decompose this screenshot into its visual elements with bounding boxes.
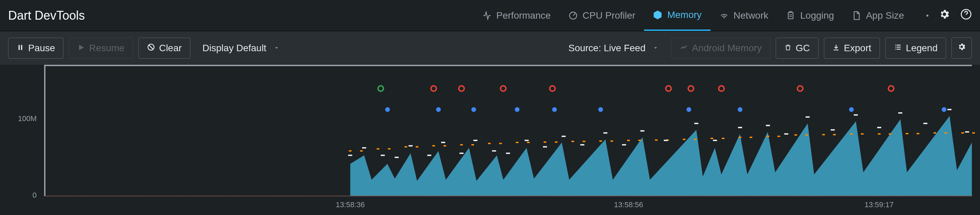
capacity-dash: [416, 146, 418, 147]
rss-tick: [784, 133, 788, 134]
capacity-dash: [683, 139, 686, 140]
chevron-down-icon: [652, 43, 659, 54]
chart-icon: [680, 43, 688, 54]
capacity-dash: [404, 146, 407, 147]
export-button[interactable]: Export: [824, 38, 880, 58]
rss-tick: [965, 131, 969, 133]
rss-tick: [580, 144, 584, 145]
x-tick-label: 13:58:56: [614, 201, 643, 209]
display-dropdown[interactable]: Display Default: [196, 38, 287, 58]
green-event-marker: [377, 85, 384, 92]
clear-button[interactable]: Clear: [138, 38, 190, 58]
gc-event-dot: [738, 107, 743, 112]
capacity-dash: [822, 134, 825, 135]
gc-event-dot: [515, 107, 520, 112]
list-icon: [894, 43, 902, 54]
svg-rect-1: [788, 12, 793, 19]
y-tick-label: 100M: [18, 114, 37, 123]
svg-rect-3: [19, 45, 20, 50]
tab-label: Logging: [800, 10, 834, 21]
svg-rect-4: [21, 45, 22, 50]
red-event-marker: [888, 85, 894, 92]
capacity-dash: [972, 132, 975, 134]
dropdown-label: Display Default: [203, 43, 266, 54]
rss-tick: [409, 145, 413, 147]
capacity-dash: [377, 148, 379, 150]
gauge-icon: [568, 11, 578, 21]
dropdown-label: Source: Live Feed: [568, 43, 646, 54]
capacity-dash: [694, 139, 697, 140]
y-axis: 100M 0: [0, 65, 41, 197]
tab-memory[interactable]: Memory: [644, 0, 710, 31]
capacity-dash: [611, 141, 613, 142]
gc-button[interactable]: GC: [776, 38, 818, 58]
help-icon[interactable]: [960, 8, 972, 22]
nav-tabs: Performance CPU Profiler Memory Network …: [473, 0, 913, 31]
block-icon: [147, 43, 155, 54]
tab-label: Performance: [496, 10, 551, 21]
tab-label: Network: [733, 10, 768, 21]
capacity-dash: [889, 133, 891, 134]
capacity-dash: [432, 145, 435, 147]
tab-performance[interactable]: Performance: [473, 0, 560, 31]
red-event-marker: [500, 85, 507, 92]
rss-tick: [506, 153, 510, 154]
android-memory-button[interactable]: Android Memory: [671, 38, 770, 58]
chart-canvas: [44, 65, 972, 201]
rss-tick: [947, 109, 951, 110]
capacity-dash: [767, 136, 769, 137]
rss-tick: [362, 147, 366, 149]
gear-icon: [957, 43, 966, 54]
capacity-dash: [944, 132, 947, 134]
capacity-dash: [878, 133, 881, 134]
capacity-dash: [850, 133, 853, 134]
gc-event-dot: [436, 107, 441, 112]
capacity-dash: [961, 132, 964, 134]
rss-tick: [622, 144, 626, 145]
rss-tick: [831, 129, 835, 131]
capacity-dash: [739, 137, 741, 138]
button-label: GC: [796, 43, 810, 54]
capacity-dash: [934, 132, 936, 134]
legend-button[interactable]: Legend: [885, 38, 946, 58]
button-label: Android Memory: [692, 43, 762, 54]
rss-tick: [877, 127, 881, 128]
baseline: [44, 196, 972, 196]
rss-tick: [492, 150, 496, 152]
plot-area[interactable]: [44, 65, 972, 201]
capacity-dash: [722, 138, 724, 139]
capacity-dash: [627, 140, 630, 141]
rss-tick: [441, 142, 445, 143]
chart-settings-button[interactable]: [951, 37, 972, 58]
capacity-dash: [749, 137, 752, 138]
capacity-dash: [805, 134, 808, 136]
rss-tick: [694, 123, 698, 124]
pause-button[interactable]: Pause: [8, 38, 64, 58]
capacity-dash: [638, 140, 641, 141]
tab-app-size[interactable]: App Size: [843, 0, 913, 31]
capacity-dash: [599, 141, 602, 142]
resume-button[interactable]: Resume: [69, 38, 133, 58]
capacity-dash: [655, 139, 658, 141]
capacity-dash: [571, 141, 574, 142]
x-tick-label: 13:58:36: [336, 201, 365, 209]
capacity-dash: [794, 134, 797, 136]
settings-icon[interactable]: [939, 8, 950, 22]
capacity-dash: [388, 148, 391, 150]
red-event-marker: [430, 85, 437, 92]
source-dropdown[interactable]: Source: Live Feed: [562, 38, 666, 58]
button-label: Export: [844, 43, 872, 54]
tab-network[interactable]: Network: [711, 0, 777, 31]
rss-tick: [562, 136, 566, 137]
rss-tick: [395, 157, 399, 158]
tab-cpu-profiler[interactable]: CPU Profiler: [560, 0, 644, 31]
capacity-dash: [516, 142, 519, 143]
tab-logging[interactable]: Logging: [777, 0, 843, 31]
file-icon: [852, 11, 861, 21]
red-event-marker: [665, 85, 672, 92]
chevron-down-icon: [273, 43, 280, 54]
capacity-dash: [349, 150, 352, 152]
capacity-dash: [444, 145, 446, 147]
capacity-dash: [460, 144, 463, 145]
rss-tick: [473, 140, 477, 141]
